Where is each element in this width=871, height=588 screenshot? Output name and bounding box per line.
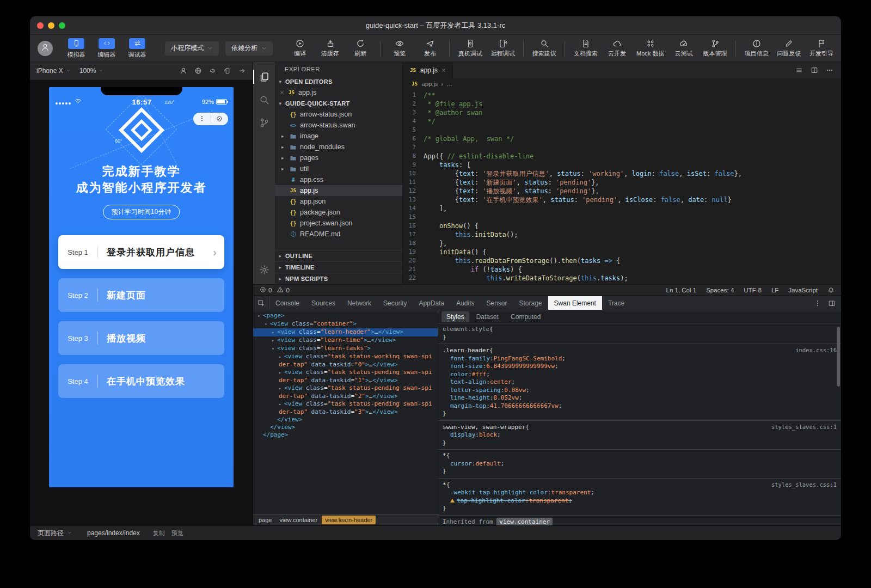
sim-tool-volume-button[interactable] — [209, 67, 217, 75]
minimize-window-button[interactable] — [48, 22, 54, 29]
css-source-link[interactable]: index.css:16 — [790, 346, 837, 354]
devtools-tab-network[interactable]: Network — [341, 296, 377, 310]
expander-icon[interactable]: ▸ — [279, 385, 284, 393]
toolbar-action-doc-search[interactable]: 文档搜索 — [574, 39, 598, 58]
dom-breadcrumb-view.container[interactable]: view.container — [276, 516, 321, 524]
page-path-action[interactable]: 复制 — [153, 529, 165, 537]
activity-search-button[interactable] — [253, 88, 275, 111]
dom-node[interactable]: </page> — [253, 431, 438, 439]
expander-icon[interactable]: ▾ — [272, 345, 277, 353]
editor-action-ellipsis-button[interactable] — [826, 66, 833, 74]
expander-icon[interactable]: ▾ — [257, 313, 263, 320]
statusbar-item[interactable]: Ln 1, Col 1 — [666, 287, 697, 293]
devtools-tab-console[interactable]: Console — [269, 296, 305, 310]
dom-node[interactable]: ▸<view class="learn-time">…</view> — [253, 336, 438, 345]
toolbar-action-cloud-test[interactable]: 云测试 — [673, 39, 695, 58]
sim-tool-globe-button[interactable] — [194, 67, 202, 75]
step-card-1[interactable]: Step 1登录并获取用户信息› — [58, 235, 224, 269]
capsule-close-button[interactable] — [211, 114, 229, 124]
devtools-dock-button[interactable] — [828, 299, 836, 307]
tree-item-app.js[interactable]: JSapp.js — [275, 185, 402, 196]
toolbar-action-compile[interactable]: 编译 — [289, 39, 311, 58]
toolbar-action-mock-data[interactable]: Mock 数据 — [636, 39, 664, 58]
inherited-source[interactable]: view.container — [496, 518, 553, 526]
devtools-tab-appdata[interactable]: AppData — [413, 296, 450, 310]
css-selector[interactable]: .learn-header — [443, 347, 489, 355]
sim-tool-user-button[interactable] — [180, 67, 187, 75]
close-editor-icon[interactable] — [279, 90, 285, 95]
page-path-select[interactable]: 页面路径 — [38, 529, 72, 538]
expander-icon[interactable]: ▸ — [279, 353, 284, 361]
notifications-button[interactable] — [827, 287, 835, 294]
expander-icon[interactable]: ▸ — [279, 401, 284, 408]
devtools-tab-trace[interactable]: Trace — [602, 296, 630, 310]
dom-node[interactable]: ▸<view class="task status-pending swan-s… — [253, 384, 438, 400]
css-source-link[interactable]: styles_slaves.css:1 — [766, 423, 837, 431]
open-editors-header[interactable]: ▾ OPEN EDITORS — [275, 76, 402, 87]
close-tab-icon[interactable] — [441, 68, 446, 73]
css-property[interactable]: text-align:center; — [443, 378, 837, 387]
close-window-button[interactable] — [37, 22, 44, 29]
page-path-action[interactable]: 预览 — [171, 529, 183, 537]
css-property[interactable]: line-height:8.052vw; — [443, 394, 837, 402]
dom-node[interactable]: ▾<view class="container"> — [253, 320, 438, 328]
tree-item-package.json[interactable]: {}package.json — [275, 207, 402, 218]
code-area[interactable]: 1/**2 * @file app.js3 * @author swan4 */… — [403, 89, 841, 284]
tree-item-arrow-status.json[interactable]: {}arrow-status.json — [275, 109, 402, 120]
section-npm-scripts[interactable]: ▸NPM SCRIPTS — [275, 273, 402, 284]
tree-item-README.md[interactable]: README.md — [275, 229, 402, 240]
project-header[interactable]: ▾ GUIDE-QUICK-START — [275, 98, 402, 109]
expander-icon[interactable]: ▸ — [272, 337, 277, 345]
section-timeline[interactable]: ▸TIMELINE — [275, 261, 402, 273]
inspect-element-button[interactable] — [253, 296, 269, 310]
tree-item-app.css[interactable]: #app.css — [275, 174, 402, 185]
css-property[interactable]: font-size:6.843999999999999vw; — [443, 363, 837, 371]
tree-item-image[interactable]: ▸image — [275, 131, 402, 142]
activity-files-button[interactable] — [253, 65, 275, 88]
toolbar-action-version-control[interactable]: 版本管理 — [703, 39, 727, 58]
styles-tab-computed[interactable]: Computed — [506, 311, 545, 322]
devtools-tab-storage[interactable]: Storage — [513, 296, 548, 310]
statusbar-item[interactable]: LF — [771, 287, 778, 293]
toolbar-action-feedback[interactable]: 问题反馈 — [777, 39, 801, 58]
dom-node[interactable]: ▸<view class="task status-pending swan-s… — [253, 369, 438, 384]
activity-gear-button[interactable] — [253, 258, 275, 281]
toolbar-action-cloud-dev[interactable]: 云开发 — [606, 39, 628, 58]
statusbar-item[interactable]: Spaces: 4 — [706, 287, 734, 293]
styles-tab-dataset[interactable]: Dataset — [471, 311, 504, 322]
expander-icon[interactable]: ▾ — [265, 321, 270, 328]
css-selector[interactable]: swan-view, swan-wrapper — [443, 424, 525, 432]
tree-item-util[interactable]: ▸util — [275, 163, 402, 174]
css-property[interactable]: tap-highlight-color:transparent; — [443, 497, 837, 505]
toolbar-action-search-suggest[interactable]: 搜索建议 — [532, 39, 556, 58]
section-outline[interactable]: ▸OUTLINE — [275, 250, 402, 261]
css-property[interactable]: letter-spacing:0.08vw; — [443, 387, 837, 395]
editor-action-split-button[interactable] — [811, 66, 818, 74]
css-source-link[interactable]: styles_slaves.css:1 — [766, 481, 837, 489]
zoom-window-button[interactable] — [59, 22, 65, 29]
mode-button-debugger[interactable]: 调试器 — [122, 38, 152, 59]
toolbar-action-real-device-debug[interactable]: 真机调试 — [458, 39, 482, 58]
dom-node[interactable]: ▾<page> — [253, 312, 438, 320]
sim-tool-arrowright-button[interactable] — [238, 67, 246, 75]
devtools-kebab-button[interactable] — [814, 299, 821, 307]
toolbar-action-preview[interactable]: 预览 — [389, 39, 410, 58]
toolbar-action-dev-guide[interactable]: 开发引导 — [809, 39, 833, 58]
errors-count[interactable]: 0 — [260, 286, 272, 294]
dom-breadcrumb-page[interactable]: page — [255, 516, 275, 524]
devtools-tab-swan-element[interactable]: Swan Element — [548, 296, 602, 310]
mode-button-simulator[interactable]: 模拟器 — [62, 38, 91, 59]
css-selector[interactable]: * — [443, 481, 446, 489]
breadcrumb-item[interactable]: app.js — [422, 81, 438, 87]
mode-button-editor[interactable]: 编辑器 — [92, 38, 121, 59]
tree-item-node_modules[interactable]: ▸node_modules — [275, 142, 402, 152]
devtools-tab-sources[interactable]: Sources — [305, 296, 341, 310]
tree-item-arrow-status.swan[interactable]: <>arrow-status.swan — [275, 120, 402, 131]
dropdown-dependency-analysis[interactable]: 依赖分析 — [225, 41, 273, 56]
toolbar-action-remote-debug[interactable]: 远程调试 — [491, 39, 515, 58]
zoom-select[interactable]: 100% — [79, 67, 104, 75]
editor-action-list-button[interactable] — [795, 66, 803, 74]
step-card-4[interactable]: Step 4在手机中预览效果 — [58, 364, 224, 398]
css-selector[interactable]: * — [443, 452, 446, 460]
tab-app-js[interactable]: JS app.js — [403, 62, 453, 78]
